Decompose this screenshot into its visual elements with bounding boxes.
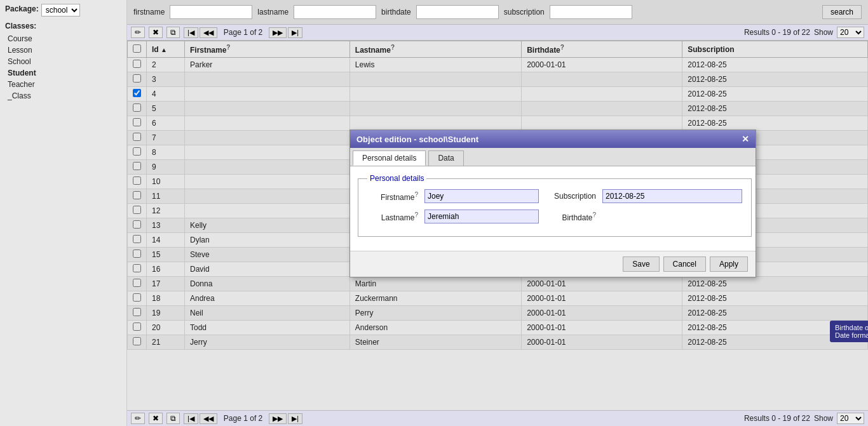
next-page-button[interactable]: ▶▶ (269, 27, 287, 38)
bottom-show-label: Show (814, 414, 833, 423)
modal-tabs: Personal details Data (350, 148, 756, 166)
search-bar: firstname lastname birthdate subscriptio… (127, 0, 868, 25)
modal-close-button[interactable]: ✕ (742, 134, 749, 144)
modal-lastname-label: Lastname? (367, 211, 418, 222)
sidebar-item-teacher[interactable]: Teacher (5, 79, 121, 90)
modal-subscription-input[interactable] (602, 189, 742, 203)
show-select[interactable]: 20 50 100 (837, 27, 864, 38)
bottom-prev-page-button[interactable]: ◀◀ (200, 413, 217, 424)
table-wrapper: Id ▲ Firstname? Lastname? Birthdate? Sub… (127, 41, 868, 410)
page-info: Page 1 of 2 (224, 28, 262, 37)
tooltip-line2: Date format : YYYY-MM-DD (835, 331, 868, 339)
pagination-nav: |◀ ◀◀ Page 1 of 2 ▶▶ ▶| (184, 27, 302, 38)
bottom-copy-button[interactable]: ⧉ (166, 413, 180, 424)
modal-footer: Save Cancel Apply (350, 251, 756, 277)
modal-firstname-input[interactable] (424, 189, 539, 203)
lastname-label: lastname (257, 8, 288, 17)
bottom-page-info: Page 1 of 2 (224, 414, 262, 423)
package-select[interactable]: school (41, 4, 80, 17)
birthdate-input[interactable] (416, 5, 499, 19)
lastname-input[interactable] (294, 5, 376, 19)
sidebar-item-lesson[interactable]: Lesson (5, 44, 121, 56)
birthdate-tooltip: Birthdate of the student Date format : Y… (830, 321, 868, 342)
sidebar-item-student[interactable]: Student (5, 67, 121, 79)
modal-firstname-label: Firstname? (367, 191, 418, 202)
fieldset-legend: Personal details (367, 174, 426, 183)
tab-personal-details[interactable]: Personal details (353, 150, 426, 166)
modal-birthdate-label: Birthdate? (545, 211, 596, 222)
show-label: Show (814, 28, 833, 37)
firstname-label: firstname (133, 8, 165, 17)
top-table-toolbar: ✏ ✖ ⧉ |◀ ◀◀ Page 1 of 2 ▶▶ ▶| Results 0 … (127, 25, 868, 41)
package-label: Package: (5, 4, 39, 13)
classes-label: Classes: (5, 22, 121, 30)
search-button[interactable]: search (822, 5, 862, 19)
modal-header: Object edition - school\Student ✕ (350, 130, 756, 148)
cancel-button[interactable]: Cancel (663, 256, 706, 272)
bottom-results-info: Results 0 - 19 of 22 (744, 414, 810, 423)
main-content: firstname lastname birthdate subscriptio… (127, 0, 868, 426)
lastname-row: Lastname? Birthdate? Birthdate of the st… (367, 210, 742, 223)
tooltip-line1: Birthdate of the student (835, 324, 868, 331)
copy-button[interactable]: ⧉ (166, 27, 180, 38)
last-page-button[interactable]: ▶| (288, 27, 302, 38)
prev-page-button[interactable]: ◀◀ (200, 27, 217, 38)
firstname-input[interactable] (170, 5, 252, 19)
bottom-first-page-button[interactable]: |◀ (184, 413, 198, 424)
save-button[interactable]: Save (623, 256, 659, 272)
delete-button[interactable]: ✖ (149, 27, 163, 38)
personal-details-fieldset: Personal details Firstname? Subscription… (358, 174, 752, 237)
bottom-table-toolbar: ✏ ✖ ⧉ |◀ ◀◀ Page 1 of 2 ▶▶ ▶| Results 0 … (127, 410, 868, 426)
bottom-pagination-nav: |◀ ◀◀ Page 1 of 2 ▶▶ ▶| (184, 413, 302, 424)
results-info: Results 0 - 19 of 22 (744, 28, 810, 37)
bottom-edit-button[interactable]: ✏ (131, 413, 145, 424)
birthdate-label: birthdate (381, 8, 411, 17)
modal-lastname-input[interactable] (424, 210, 539, 223)
subscription-label: subscription (504, 8, 545, 17)
firstname-row: Firstname? Subscription (367, 189, 742, 203)
tab-data[interactable]: Data (428, 150, 463, 166)
bottom-show-select[interactable]: 20 50 100 (837, 413, 864, 424)
object-edition-modal: Object edition - school\Student ✕ Person… (349, 130, 756, 277)
sidebar-item-class[interactable]: _Class (5, 90, 121, 102)
first-page-button[interactable]: |◀ (184, 27, 198, 38)
sidebar-item-course[interactable]: Course (5, 33, 121, 44)
edit-button[interactable]: ✏ (131, 27, 145, 38)
bottom-last-page-button[interactable]: ▶| (288, 413, 302, 424)
modal-subscription-label: Subscription (545, 192, 596, 201)
bottom-next-page-button[interactable]: ▶▶ (269, 413, 287, 424)
bottom-delete-button[interactable]: ✖ (149, 413, 163, 424)
subscription-input[interactable] (550, 5, 632, 19)
sidebar: Package: school Classes: Course Lesson S… (0, 0, 127, 426)
modal-body: Personal details Firstname? Subscription… (350, 166, 756, 251)
apply-button[interactable]: Apply (710, 256, 748, 272)
modal-title: Object edition - school\Student (356, 135, 478, 144)
sidebar-item-school[interactable]: School (5, 56, 121, 67)
